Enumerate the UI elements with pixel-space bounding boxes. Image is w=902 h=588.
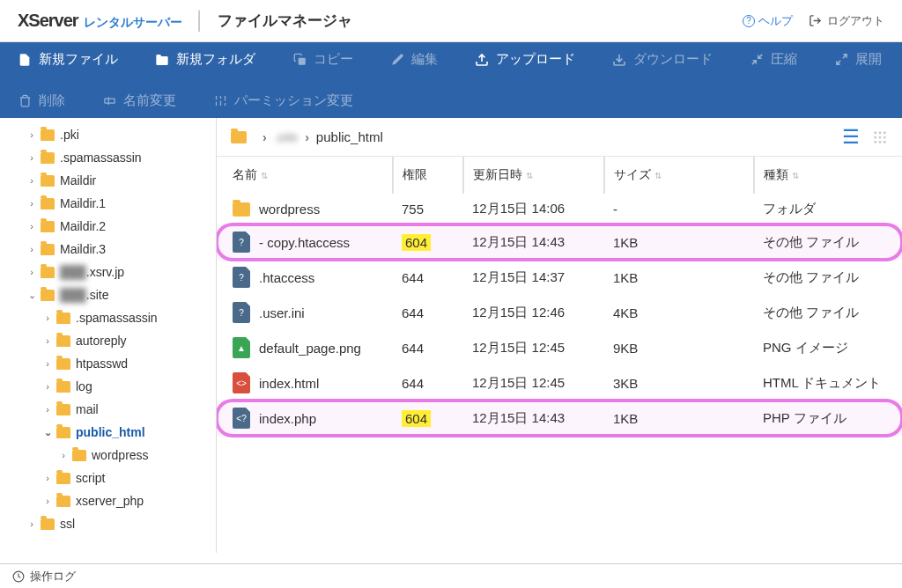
col-type[interactable]: 種類⇅: [754, 157, 902, 194]
new-file-button[interactable]: 新規ファイル: [18, 51, 118, 68]
file-date: 12月15日 14:06: [463, 194, 604, 224]
chevron-right-icon[interactable]: ›: [42, 381, 53, 392]
permission-button[interactable]: パーミッション変更: [213, 92, 353, 109]
rename-button[interactable]: 名前変更: [102, 92, 176, 109]
tree-item[interactable]: ›Maildir.2: [0, 215, 216, 238]
table-row[interactable]: ?.htaccess64412月15日 14:371KBその他 ファイル: [217, 260, 902, 295]
rename-icon: [102, 94, 116, 108]
file-perm: 604: [393, 224, 463, 260]
file-name: - copy.htaccess: [259, 235, 350, 250]
logout-link[interactable]: ログアウト: [809, 13, 884, 29]
chevron-right-icon[interactable]: ›: [42, 473, 53, 483]
col-name[interactable]: 名前⇅: [217, 157, 393, 194]
page-title: ファイルマネージャ: [218, 11, 352, 31]
grid-view-icon[interactable]: [872, 129, 888, 145]
table-row[interactable]: <>index.html64412月15日 12:453KBHTML ドキュメン…: [217, 365, 902, 401]
compress-label: 圧縮: [771, 51, 797, 68]
expand-icon: [834, 53, 848, 67]
tree-item[interactable]: ›Maildir.3: [0, 238, 216, 261]
table-row[interactable]: ?.user.ini64412月15日 12:464KBその他 ファイル: [217, 295, 902, 330]
tree-label: Maildir.1: [60, 196, 106, 210]
new-folder-button[interactable]: 新規フォルダ: [155, 51, 255, 68]
question-icon: ?: [743, 15, 755, 27]
chevron-right-icon[interactable]: ›: [26, 267, 37, 277]
tree-item[interactable]: ›mail: [0, 398, 216, 421]
chevron-right-icon[interactable]: ›: [42, 335, 53, 346]
tree-item[interactable]: ›log: [0, 375, 216, 398]
download-button[interactable]: ダウンロード: [612, 51, 713, 68]
tree-item[interactable]: ⌄███.site: [0, 283, 216, 306]
chevron-right-icon[interactable]: ›: [42, 496, 53, 506]
tree-item[interactable]: ›htpasswd: [0, 352, 216, 375]
chevron-right-icon[interactable]: ›: [26, 221, 37, 232]
chevron-right-icon[interactable]: ›: [26, 518, 37, 529]
chevron-right-icon[interactable]: ›: [42, 404, 53, 415]
chevron-right-icon[interactable]: ›: [26, 129, 37, 140]
tree-item[interactable]: ›wordpress: [0, 444, 216, 467]
table-row[interactable]: <?index.php60412月15日 14:431KBPHP ファイル: [217, 401, 902, 436]
file-type: フォルダ: [754, 194, 902, 224]
tree-item[interactable]: ›ssl: [0, 512, 216, 535]
col-date[interactable]: 更新日時⇅: [463, 157, 604, 194]
chevron-right-icon[interactable]: ›: [42, 358, 53, 369]
copy-button[interactable]: コピー: [292, 51, 353, 68]
edit-button[interactable]: 編集: [390, 51, 438, 68]
chevron-right-icon[interactable]: ›: [26, 244, 37, 254]
file-table: 名前⇅ 権限 更新日時⇅ サイズ⇅ 種類⇅ wordpress75512月15日…: [217, 157, 902, 436]
tree-item[interactable]: ›Maildir.1: [0, 192, 216, 215]
file-size: 9KB: [604, 330, 754, 365]
compress-button[interactable]: 圧縮: [750, 51, 797, 68]
file-size: 1KB: [604, 260, 754, 295]
tree-item[interactable]: ⌄public_html: [0, 421, 216, 444]
chevron-down-icon[interactable]: ⌄: [42, 427, 53, 438]
svg-point-12: [879, 136, 882, 138]
col-perm[interactable]: 権限: [393, 157, 463, 194]
tree-label: xserver_php: [76, 494, 144, 508]
edit-label: 編集: [411, 51, 438, 68]
main-panel: › .site › public_html ☰ 名前⇅ 権限 更新日時⇅ サイズ…: [217, 118, 902, 553]
footer-bar: 操作ログ: [0, 563, 902, 588]
svg-rect-1: [104, 99, 114, 103]
tree-item[interactable]: ›script: [0, 467, 216, 489]
operation-log-link[interactable]: 操作ログ: [30, 569, 76, 584]
chevron-down-icon[interactable]: ⌄: [26, 290, 37, 301]
folder-icon: [41, 221, 55, 232]
file-name: .htaccess: [259, 270, 314, 285]
chevron-right-icon[interactable]: ›: [26, 152, 37, 163]
chevron-right-icon[interactable]: ›: [26, 198, 37, 209]
tree-item[interactable]: ›.pki: [0, 123, 216, 146]
tree-item[interactable]: ›xserver_php: [0, 489, 216, 512]
upload-button[interactable]: アップロード: [475, 51, 575, 68]
file-unknown-icon: ?: [233, 267, 250, 288]
chevron-right-icon[interactable]: ›: [58, 450, 69, 460]
breadcrumb-seg1[interactable]: .site: [274, 129, 299, 144]
file-type: その他 ファイル: [754, 295, 902, 330]
folder-icon: [41, 152, 55, 164]
tree-item[interactable]: ›.spamassassin: [0, 306, 216, 329]
tree-item[interactable]: ›Maildir: [0, 169, 216, 192]
expand-button[interactable]: 展開: [834, 51, 882, 68]
chevron-right-icon[interactable]: ›: [26, 175, 37, 186]
folder-icon: [56, 358, 70, 370]
upload-label: アップロード: [496, 51, 575, 68]
folder-tree[interactable]: ›.pki›.spamassassin›Maildir›Maildir.1›Ma…: [0, 118, 217, 553]
tree-label: script: [76, 471, 105, 485]
tree-item[interactable]: ›███.xsrv.jp: [0, 261, 216, 283]
clock-icon: [12, 570, 25, 583]
table-row[interactable]: ▲default_page.png64412月15日 12:459KBPNG イ…: [217, 330, 902, 365]
expand-label: 展開: [855, 51, 882, 68]
table-row[interactable]: wordpress75512月15日 14:06-フォルダ: [217, 194, 902, 224]
table-row[interactable]: ?- copy.htaccess60412月15日 14:431KBその他 ファ…: [217, 224, 902, 260]
chevron-right-icon: ›: [262, 130, 267, 144]
help-link[interactable]: ? ヘルプ: [743, 13, 793, 29]
breadcrumb-seg2[interactable]: public_html: [316, 129, 383, 144]
tree-item[interactable]: ›.spamassassin: [0, 146, 216, 169]
logout-icon: [809, 14, 822, 27]
chevron-right-icon[interactable]: ›: [42, 312, 53, 323]
list-view-icon[interactable]: ☰: [842, 126, 860, 149]
col-size[interactable]: サイズ⇅: [604, 157, 754, 194]
tree-item[interactable]: ›autoreply: [0, 329, 216, 352]
tree-label: .spamassassin: [76, 311, 158, 325]
file-date: 12月15日 14:43: [463, 224, 604, 260]
delete-button[interactable]: 削除: [18, 92, 65, 109]
